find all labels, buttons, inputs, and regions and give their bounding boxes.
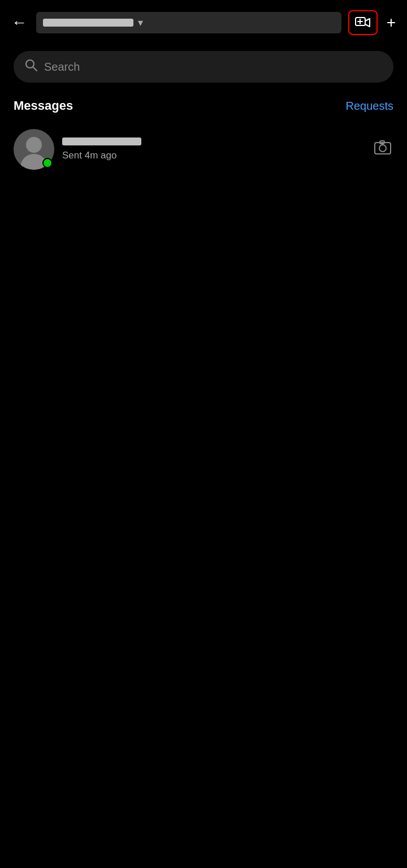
search-bar[interactable]: Search	[14, 51, 393, 83]
new-chat-button[interactable]: +	[387, 14, 396, 32]
avatar-container	[14, 129, 54, 170]
chevron-down-icon: ▾	[138, 16, 143, 29]
camera-button[interactable]	[374, 140, 393, 160]
message-item[interactable]: Sent 4m ago	[9, 122, 398, 177]
header: ← ▾ +	[0, 0, 407, 45]
header-title-dropdown[interactable]: ▾	[36, 12, 341, 33]
search-placeholder-text: Search	[44, 61, 80, 74]
video-add-icon	[355, 16, 371, 29]
message-list: Sent 4m ago	[0, 122, 407, 177]
message-content: Sent 4m ago	[62, 137, 367, 161]
messages-title: Messages	[14, 98, 73, 113]
message-name-placeholder	[62, 137, 141, 145]
search-icon	[25, 59, 37, 75]
back-button[interactable]: ←	[11, 14, 27, 32]
svg-point-6	[379, 145, 386, 152]
requests-link[interactable]: Requests	[346, 100, 394, 113]
avatar-head	[26, 137, 42, 153]
message-time: Sent 4m ago	[62, 150, 116, 161]
messages-section-header: Messages Requests	[0, 92, 407, 122]
search-container: Search	[0, 45, 407, 92]
online-indicator	[42, 158, 53, 168]
video-add-button[interactable]	[348, 10, 378, 35]
svg-line-4	[33, 67, 37, 71]
header-title-placeholder	[43, 19, 133, 27]
